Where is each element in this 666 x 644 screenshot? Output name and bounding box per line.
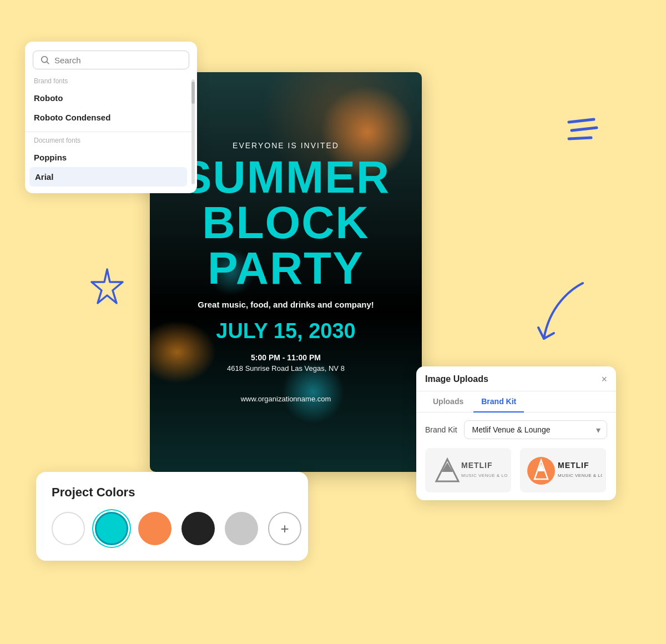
font-item-roboto-condensed[interactable]: Roboto Condensed xyxy=(25,108,191,127)
svg-line-1 xyxy=(47,62,49,64)
svg-text:MUSIC VENUE & LOUNGE: MUSIC VENUE & LOUNGE xyxy=(558,473,602,478)
flyer-title-line2: BLOCK xyxy=(202,197,370,248)
font-panel-content: Brand fonts Roboto Roboto Condensed Docu… xyxy=(25,77,191,187)
brand-kit-select[interactable]: Metlif Venue & Lounge xyxy=(464,420,607,439)
tab-uploads[interactable]: Uploads xyxy=(425,391,471,412)
swatch-teal[interactable] xyxy=(95,512,128,545)
flyer-address: 4618 Sunrise Road Las Vegas, NV 8 xyxy=(227,364,345,373)
svg-line-3 xyxy=(572,128,597,130)
font-item-arial[interactable]: Arial xyxy=(29,167,187,187)
uploads-header: Image Uploads × xyxy=(416,366,616,391)
flyer-time: 5:00 PM - 11:00 PM xyxy=(251,353,321,362)
font-panel-inner: Brand fonts Roboto Roboto Condensed Docu… xyxy=(25,77,197,187)
flyer-title-line3: PARTY xyxy=(208,243,364,293)
font-divider xyxy=(25,132,191,132)
svg-line-2 xyxy=(569,119,594,122)
font-item-roboto[interactable]: Roboto xyxy=(25,88,191,108)
uploads-body: Brand Kit Metlif Venue & Lounge METLIF M… xyxy=(416,412,616,500)
svg-point-0 xyxy=(42,57,48,63)
deco-star xyxy=(88,266,127,308)
swatch-gray[interactable] xyxy=(225,512,258,545)
svg-text:MUSIC VENUE & LOUNGE: MUSIC VENUE & LOUNGE xyxy=(461,473,507,478)
flyer-subtitle: Great music, food, and drinks and compan… xyxy=(198,300,374,309)
brand-fonts-label: Brand fonts xyxy=(25,77,191,88)
swatch-black[interactable] xyxy=(181,512,215,545)
font-search-wrap[interactable] xyxy=(33,51,189,69)
deco-strokes xyxy=(563,117,602,147)
logo-item-color: METLIF MUSIC VENUE & LOUNGE xyxy=(520,448,606,492)
colors-panel: Project Colors + xyxy=(36,472,308,561)
font-panel: Brand fonts Roboto Roboto Condensed Docu… xyxy=(25,42,197,193)
deco-arrow xyxy=(533,272,599,352)
flyer-title: SUMMER BLOCK PARTY xyxy=(181,154,390,291)
search-input[interactable] xyxy=(54,56,182,65)
swatch-orange[interactable] xyxy=(138,512,171,545)
colors-panel-title: Project Colors xyxy=(52,485,292,500)
swatch-white[interactable] xyxy=(52,512,85,545)
flyer-date: JULY 15, 2030 xyxy=(216,319,355,343)
brand-kit-label: Brand Kit xyxy=(425,425,457,434)
svg-text:METLIF: METLIF xyxy=(558,461,589,470)
flyer-everyone-label: EVERYONE IS INVITED xyxy=(233,141,339,150)
flyer-title-line1: SUMMER xyxy=(181,152,390,202)
document-fonts-label: Document fonts xyxy=(25,137,191,148)
logo-item-gray: METLIF MUSIC VENUE & LOUNGE xyxy=(425,448,511,492)
brand-kit-row: Brand Kit Metlif Venue & Lounge xyxy=(425,420,607,439)
uploads-tabs: Uploads Brand Kit xyxy=(416,391,616,412)
metlif-color-logo: METLIF MUSIC VENUE & LOUNGE xyxy=(524,452,602,489)
colors-swatches: + xyxy=(52,512,292,545)
font-scrollbar[interactable] xyxy=(191,79,195,184)
search-icon xyxy=(40,55,50,65)
uploads-panel-title: Image Uploads xyxy=(425,374,488,384)
image-uploads-panel: Image Uploads × Uploads Brand Kit Brand … xyxy=(416,366,616,500)
brand-kit-select-wrap[interactable]: Metlif Venue & Lounge xyxy=(464,420,607,439)
font-item-poppins[interactable]: Poppins xyxy=(25,148,191,167)
uploads-close-button[interactable]: × xyxy=(601,374,607,384)
uploads-logos: METLIF MUSIC VENUE & LOUNGE METLIF MUSIC… xyxy=(425,448,607,492)
svg-text:METLIF: METLIF xyxy=(461,461,493,470)
svg-line-4 xyxy=(569,138,591,139)
swatch-add-button[interactable]: + xyxy=(268,512,301,545)
metlif-gray-logo: METLIF MUSIC VENUE & LOUNGE xyxy=(430,452,507,489)
tab-brand-kit[interactable]: Brand Kit xyxy=(473,391,524,412)
font-scrollbar-thumb xyxy=(191,82,195,104)
flyer-website: www.organizationname.com xyxy=(241,395,331,403)
